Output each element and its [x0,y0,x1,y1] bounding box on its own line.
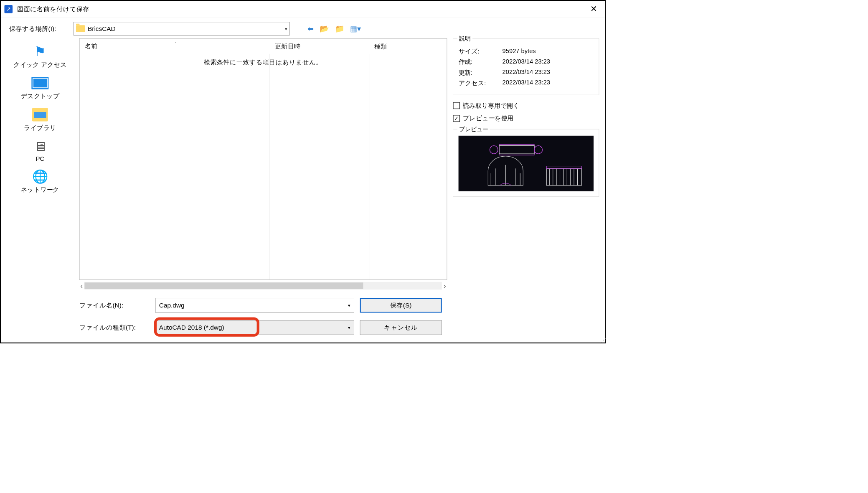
folder-icon [76,25,85,32]
preview-group: プレビュー [453,129,599,197]
sort-caret-icon: ˄ [175,41,177,46]
column-name-label: 名前 [85,43,98,50]
filename-value: Cap.dwg [159,302,348,309]
place-label: ライブラリ [24,124,56,132]
place-library[interactable]: ライブラリ [24,107,56,132]
column-type[interactable]: 種類 [369,42,447,51]
kv-created: 作成: 2022/03/14 23:23 [459,58,594,66]
pc-icon: 🖥 [31,139,49,154]
place-quick-access[interactable]: ⚑ クイック アクセス [13,44,66,69]
checkbox-label: プレビューを使用 [463,114,513,123]
view-menu-icon[interactable]: ▦▾ [350,24,361,33]
place-network[interactable]: 🌐 ネットワーク [21,169,59,194]
library-icon [31,107,49,122]
place-label: ネットワーク [21,186,59,194]
list-body: 検索条件に一致する項目はありません。 [79,54,447,280]
place-label: PC [36,155,44,163]
filetype-row: ファイルの種類(T): AutoCAD 2018 (*.dwg) ▾ キャンセル [79,320,447,335]
places-bar: ⚑ クイック アクセス デスクトップ ライブラリ 🖥 PC 🌐 ネットワーク [1,38,79,343]
checkbox-icon [453,102,460,109]
use-preview-checkbox[interactable]: ✓ プレビューを使用 [453,114,599,123]
new-folder-icon[interactable]: 📁 [335,24,344,33]
app-icon: ↗ [5,5,13,13]
back-icon[interactable]: ⬅ [307,24,314,33]
file-list[interactable]: 名前 ˄ 更新日時 種類 検索条件に一致する項目はありません。 [79,38,447,280]
preview-legend: プレビュー [457,125,490,133]
column-divider [269,54,270,280]
svg-point-3 [534,146,543,154]
location-combo[interactable]: BricsCAD ▾ [74,22,290,36]
place-pc[interactable]: 🖥 PC [31,139,49,163]
place-desktop[interactable]: デスクトップ [21,76,59,100]
filename-row: ファイル名(N): Cap.dwg ▾ 保存(S) [79,298,447,313]
preview-thumbnail [459,136,594,191]
readonly-checkbox[interactable]: 読み取り専用で開く [453,102,599,110]
filetype-label: ファイルの種類(T): [79,323,150,332]
kv-size: サイズ: 95927 bytes [459,47,594,56]
description-group: 説明 サイズ: 95927 bytes 作成: 2022/03/14 23:23… [453,38,599,95]
filetype-value: AutoCAD 2018 (*.dwg) [159,324,348,331]
empty-message: 検索条件に一致する項目はありません。 [79,54,447,67]
kv-key: サイズ: [459,47,503,56]
svg-rect-19 [546,166,581,169]
checkbox-group: 読み取り専用で開く ✓ プレビューを使用 [453,102,599,122]
resize-grip-icon[interactable]: ⋰ [601,337,606,343]
main-area: 名前 ˄ 更新日時 種類 検索条件に一致する項目はありません。 ‹ › [79,38,453,343]
checkbox-icon: ✓ [453,115,460,122]
scroll-left-icon[interactable]: ‹ [81,282,83,290]
titlebar: ↗ 図面に名前を付けて保存 ✕ [1,1,605,17]
svg-rect-9 [546,168,581,186]
location-row: 保存する場所(I): BricsCAD ▾ ⬅ 📂 📁 ▦▾ [1,17,605,38]
save-button[interactable]: 保存(S) [360,298,442,313]
up-folder-icon[interactable]: 📂 [320,24,329,33]
column-date[interactable]: 更新日時 [269,42,369,51]
kv-value: 2022/03/14 23:23 [503,79,550,87]
kv-key: アクセス: [459,79,503,87]
svg-rect-2 [499,146,534,154]
kv-key: 更新: [459,69,503,77]
chevron-down-icon: ▾ [348,302,350,308]
quick-access-icon: ⚑ [31,44,49,59]
horizontal-scrollbar[interactable]: ‹ › [79,281,447,290]
column-divider [369,54,369,280]
checkbox-label: 読み取り専用で開く [463,102,519,110]
chevron-down-icon: ▾ [348,325,350,330]
place-label: クイック アクセス [13,61,66,69]
cancel-button[interactable]: キャンセル [360,320,442,335]
window-title: 図面に名前を付けて保存 [17,5,585,13]
list-header: 名前 ˄ 更新日時 種類 [79,38,447,53]
svg-rect-1 [499,145,534,155]
column-name[interactable]: 名前 ˄ [79,42,269,51]
close-button[interactable]: ✕ [585,4,602,14]
save-as-dialog: ↗ 図面に名前を付けて保存 ✕ 保存する場所(I): BricsCAD ▾ ⬅ … [0,0,606,343]
place-label: デスクトップ [21,92,59,101]
toolbar: ⬅ 📂 📁 ▦▾ [307,24,361,33]
kv-key: 作成: [459,58,503,66]
form-rows: ファイル名(N): Cap.dwg ▾ 保存(S) ファイルの種類(T): Au… [79,290,447,343]
description-legend: 説明 [457,35,472,43]
side-panel: 説明 サイズ: 95927 bytes 作成: 2022/03/14 23:23… [453,38,605,343]
scroll-thumb[interactable] [84,282,363,289]
scroll-right-icon[interactable]: › [444,282,446,290]
svg-point-0 [490,146,498,154]
filetype-select[interactable]: AutoCAD 2018 (*.dwg) ▾ [155,320,354,335]
scroll-track[interactable] [84,282,442,290]
kv-updated: 更新: 2022/03/14 23:23 [459,69,594,77]
filename-input[interactable]: Cap.dwg ▾ [155,298,354,313]
location-label: 保存する場所(I): [9,24,68,33]
network-icon: 🌐 [31,169,49,184]
chevron-down-icon: ▾ [285,26,287,31]
kv-access: アクセス: 2022/03/14 23:23 [459,79,594,87]
filename-label: ファイル名(N): [79,301,150,310]
kv-value: 2022/03/14 23:23 [503,58,550,66]
kv-value: 95927 bytes [503,47,536,56]
kv-value: 2022/03/14 23:23 [503,69,550,77]
desktop-icon [31,76,49,90]
location-value: BricsCAD [88,25,282,33]
